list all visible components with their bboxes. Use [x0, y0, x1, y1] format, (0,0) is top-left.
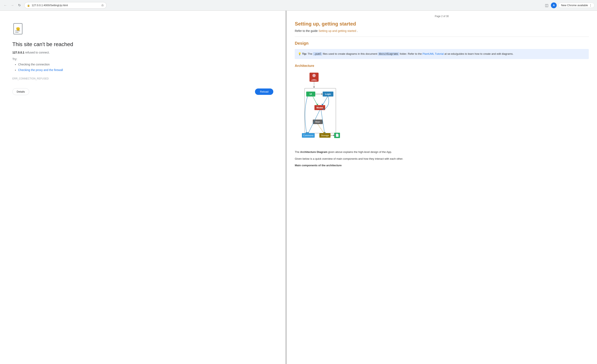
arch-diagram: UI Logic Model Main Commons Storage — [299, 71, 589, 146]
svg-text:Logic: Logic — [325, 93, 331, 95]
guide-link[interactable]: Setting up and getting started — [319, 29, 356, 32]
tip-text2: files used to create diagrams in this do… — [323, 52, 378, 55]
new-chrome-label: New Chrome available — [561, 4, 588, 7]
doc-section-title: Setting up, getting started — [295, 21, 589, 27]
tip-emoji: 💡 — [298, 52, 301, 55]
tip-code1: .puml — [313, 52, 322, 55]
bookmark-icon[interactable]: ☆ — [101, 3, 104, 7]
plantuml-link[interactable]: PlantUML Tutorial — [423, 52, 444, 55]
reload-page-button[interactable]: Reload — [255, 88, 273, 95]
proxy-link[interactable]: Checking the proxy and the firewall — [18, 68, 63, 72]
reload-button[interactable]: ↻ — [16, 2, 22, 8]
arch-bold: Architecture Diagram — [300, 150, 327, 154]
svg-text:📄: 📄 — [335, 133, 339, 137]
doc-panel: Page 2 of 30 Setting up, getting started… — [286, 11, 597, 364]
svg-text:UI: UI — [310, 93, 312, 95]
avatar-button[interactable]: A — [551, 2, 557, 8]
try-label: Try: — [12, 57, 273, 61]
arch-desc1: The Architecture Diagram given above exp… — [295, 150, 589, 154]
tip-box: 💡 Tip: The .puml files used to create di… — [295, 49, 589, 59]
arch-main-label: Main components of the architecture — [295, 163, 589, 168]
divider — [295, 37, 589, 37]
error-icon: 😟 — [12, 23, 25, 36]
new-chrome-banner[interactable]: New Chrome available ⋮ — [558, 3, 595, 8]
svg-line-26 — [313, 96, 317, 105]
svg-text:Storage: Storage — [321, 134, 329, 137]
svg-line-34 — [318, 124, 324, 133]
svg-marker-8 — [313, 87, 315, 88]
svg-marker-27 — [316, 104, 318, 105]
browser-chrome: ← → ↻ 🔒 127.0.0.1:4000/SettingUp.html ☆ … — [0, 0, 597, 11]
doc-subtitle: Refer to the guide Setting up and gettin… — [295, 29, 589, 32]
svg-text:😟: 😟 — [16, 27, 20, 31]
svg-point-6 — [312, 74, 316, 77]
list-item: Checking the proxy and the firewall — [18, 68, 273, 72]
svg-text:Commons: Commons — [303, 134, 314, 137]
nav-buttons: ← → ↻ — [2, 2, 22, 8]
tip-text1: The — [308, 52, 313, 55]
design-title: Design — [295, 41, 589, 46]
toolbar-right: ◫ A New Chrome available ⋮ — [544, 2, 595, 8]
more-options-icon[interactable]: ⋮ — [589, 4, 592, 7]
error-subtitle: 127.0.0.1 refused to connect. — [12, 51, 273, 54]
lock-icon: 🔒 — [27, 4, 30, 7]
extension-button[interactable]: ◫ — [544, 2, 549, 8]
svg-text:Main: Main — [315, 121, 320, 123]
tip-text3: folder. Refer to the — [400, 52, 423, 55]
error-code: ERR_CONNECTION_REFUSED — [12, 77, 273, 80]
arch-title: Architecture — [295, 64, 589, 68]
svg-text:Model: Model — [317, 106, 323, 109]
svg-line-28 — [323, 96, 328, 105]
error-buttons: Details Reload — [12, 88, 273, 95]
arch-desc2: Given below is a quick overview of main … — [295, 157, 589, 161]
tip-text4: at se-edu/guides to learn how to create … — [445, 52, 513, 55]
arch-svg: UI Logic Model Main Commons Storage — [299, 71, 346, 145]
tip-label: Tip: — [302, 52, 307, 55]
main-content: 😟 This site can't be reached 127.0.0.1 r… — [0, 11, 597, 364]
list-item: Checking the connection — [18, 62, 273, 67]
page-indicator: Page 2 of 30 — [295, 15, 589, 18]
try-list: Checking the connection Checking the pro… — [12, 62, 273, 72]
forward-button[interactable]: → — [9, 2, 15, 8]
details-button[interactable]: Details — [12, 88, 29, 95]
error-page: 😟 This site can't be reached 127.0.0.1 r… — [0, 11, 286, 364]
svg-marker-13 — [322, 93, 323, 95]
error-title: This site can't be reached — [12, 41, 273, 47]
address-bar[interactable]: 🔒 127.0.0.1:4000/SettingUp.html ☆ — [24, 2, 107, 9]
tip-code2: docs/diagrams — [378, 52, 399, 55]
svg-marker-29 — [322, 104, 323, 105]
back-button[interactable]: ← — [2, 2, 8, 8]
url-display: 127.0.0.1:4000/SettingUp.html — [32, 4, 99, 7]
